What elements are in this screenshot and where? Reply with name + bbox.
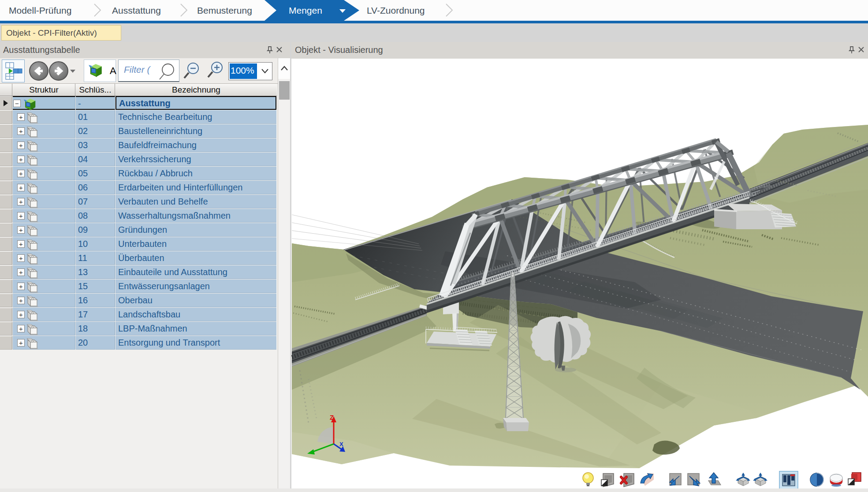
svg-text:X: X <box>339 441 343 447</box>
svg-text:Z: Z <box>330 414 334 421</box>
